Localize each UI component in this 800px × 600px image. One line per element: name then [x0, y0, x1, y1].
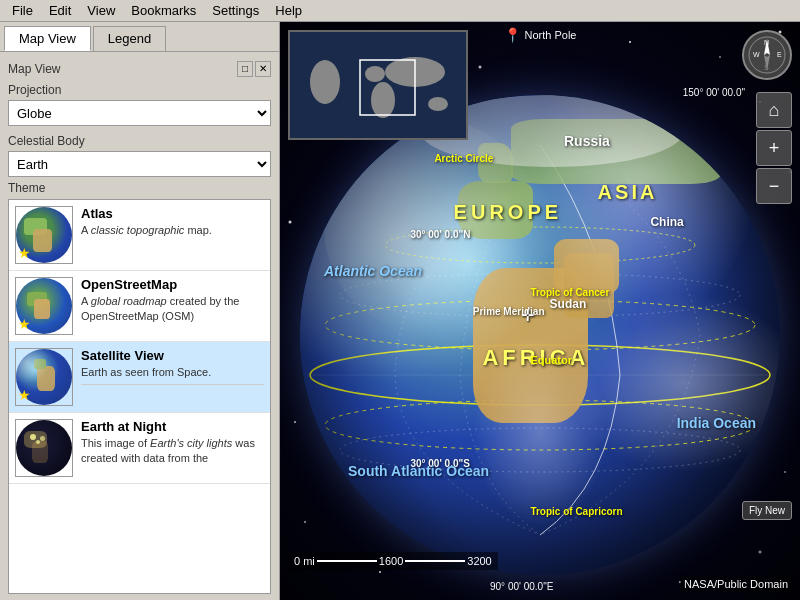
- svg-point-11: [294, 421, 296, 423]
- scale-line-2: [405, 560, 465, 562]
- theme-thumb-atlas: ★: [15, 206, 73, 264]
- scale-labels: 0 mi 1600 3200: [294, 555, 492, 567]
- theme-list: ★ Atlas A classic topographic map. ★: [8, 199, 271, 594]
- celestial-body-label: Celestial Body: [8, 134, 271, 148]
- tab-map-view[interactable]: Map View: [4, 26, 91, 51]
- zoom-in-button[interactable]: +: [756, 130, 792, 166]
- menu-help[interactable]: Help: [267, 1, 310, 20]
- svg-point-4: [719, 56, 721, 58]
- atlas-star: ★: [18, 245, 31, 261]
- menu-file[interactable]: File: [4, 1, 41, 20]
- zoom-out-button[interactable]: −: [756, 168, 792, 204]
- globe-shine: [324, 119, 540, 335]
- mini-map-world: [290, 32, 466, 138]
- theme-thumb-osm: ★: [15, 277, 73, 335]
- night-name: Earth at Night: [81, 419, 264, 434]
- svg-point-2: [479, 66, 482, 69]
- scale-label-max: 3200: [467, 555, 491, 567]
- svg-point-25: [371, 82, 395, 118]
- svg-point-26: [365, 66, 385, 82]
- home-button[interactable]: ⌂: [756, 92, 792, 128]
- theme-thumb-night: [15, 419, 73, 477]
- left-panel: Map View Legend Map View □ ✕ Projection …: [0, 22, 280, 600]
- osm-desc: A global roadmap created by the OpenStre…: [81, 294, 264, 325]
- menu-settings[interactable]: Settings: [204, 1, 267, 20]
- bottom-coords: 90° 00' 00.0"E: [490, 581, 553, 592]
- satellite-desc: Earth as seen from Space.: [81, 365, 264, 380]
- atlas-info: Atlas A classic topographic map.: [81, 206, 264, 238]
- north-pole-label: 📍 North Pole: [504, 27, 577, 43]
- satellite-info: Satellite View Earth as seen from Space.: [81, 348, 264, 385]
- globe: EUROPE ASIA AFRICA Russia China Sudan Eq…: [300, 95, 780, 575]
- svg-text:N: N: [764, 39, 769, 46]
- nav-buttons: ⌂ + −: [756, 92, 792, 204]
- tabs: Map View Legend: [0, 22, 279, 52]
- coord-90s: 90° 00' 00.0"E: [490, 581, 553, 592]
- globe-sphere: EUROPE ASIA AFRICA Russia China Sudan Eq…: [300, 95, 780, 575]
- theme-item-atlas[interactable]: ★ Atlas A classic topographic map.: [9, 200, 270, 271]
- fly-to-new-button[interactable]: Fly New: [742, 501, 792, 520]
- scale-bar: 0 mi 1600 3200: [288, 552, 498, 570]
- projection-label: Projection: [8, 83, 271, 97]
- menu-bookmarks[interactable]: Bookmarks: [123, 1, 204, 20]
- map-area[interactable]: EUROPE ASIA AFRICA Russia China Sudan Eq…: [280, 22, 800, 600]
- svg-point-12: [784, 471, 786, 473]
- projection-select[interactable]: Globe Mercator Equirectangular: [8, 100, 271, 126]
- scale-line: [317, 560, 377, 562]
- svg-point-3: [629, 41, 631, 43]
- osm-info: OpenStreetMap A global roadmap created b…: [81, 277, 264, 325]
- atlas-desc: A classic topographic map.: [81, 223, 264, 238]
- satellite-name: Satellite View: [81, 348, 264, 363]
- compass[interactable]: E W N S: [742, 30, 792, 80]
- svg-text:S: S: [764, 64, 769, 71]
- attribution: NASA/Public Domain: [680, 576, 792, 592]
- svg-point-29: [428, 97, 448, 111]
- menu-edit[interactable]: Edit: [41, 1, 79, 20]
- minimize-button[interactable]: □: [237, 61, 253, 77]
- theme-item-night[interactable]: Earth at Night This image of Earth's cit…: [9, 413, 270, 484]
- theme-label: Theme: [8, 181, 271, 195]
- map-view-title: Map View: [8, 62, 60, 76]
- svg-point-28: [310, 60, 340, 104]
- night-info: Earth at Night This image of Earth's cit…: [81, 419, 264, 467]
- mini-map: [288, 30, 468, 140]
- theme-item-osm[interactable]: ★ OpenStreetMap A global roadmap created…: [9, 271, 270, 342]
- osm-star: ★: [18, 316, 31, 332]
- svg-text:W: W: [753, 51, 760, 58]
- north-pole-text: North Pole: [525, 29, 577, 41]
- menubar: File Edit View Bookmarks Settings Help: [0, 0, 800, 22]
- close-button[interactable]: ✕: [255, 61, 271, 77]
- theme-item-satellite[interactable]: ★ Satellite View Earth as seen from Spac…: [9, 342, 270, 413]
- coord-150: 150° 00' 00.0": [683, 87, 745, 98]
- top-right-coords: 150° 00' 00.0": [683, 87, 745, 98]
- north-pole-pin: 📍: [504, 27, 521, 43]
- atlas-name: Atlas: [81, 206, 264, 221]
- tab-legend[interactable]: Legend: [93, 26, 166, 51]
- map-view-row: Map View □ ✕: [8, 58, 271, 79]
- menu-view[interactable]: View: [79, 1, 123, 20]
- svg-point-9: [289, 221, 292, 224]
- osm-name: OpenStreetMap: [81, 277, 264, 292]
- celestial-body-select[interactable]: Earth Moon Mars: [8, 151, 271, 177]
- satellite-star: ★: [18, 387, 31, 403]
- scale-label-zero: 0 mi: [294, 555, 315, 567]
- night-desc: This image of Earth's city lights was cr…: [81, 436, 264, 467]
- scale-label-mid: 1600: [379, 555, 403, 567]
- panel-content: Map View □ ✕ Projection Globe Mercator E…: [0, 52, 279, 600]
- theme-thumb-satellite: ★: [15, 348, 73, 406]
- svg-text:E: E: [777, 51, 782, 58]
